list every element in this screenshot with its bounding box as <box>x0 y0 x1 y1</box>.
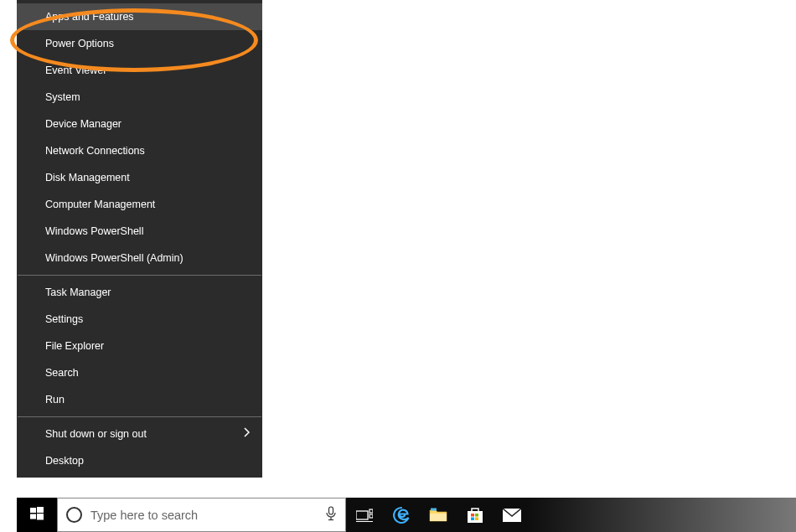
menu-item-label: Search <box>45 359 79 386</box>
task-view-button[interactable] <box>354 505 375 525</box>
menu-item-apps-and-features[interactable]: Apps and Features <box>17 3 262 30</box>
menu-item-event-viewer[interactable]: Event Viewer <box>17 57 262 84</box>
menu-item-run[interactable]: Run <box>17 386 262 413</box>
menu-item-windows-powershell[interactable]: Windows PowerShell <box>17 218 262 245</box>
svg-rect-11 <box>430 514 447 521</box>
edge-browser-icon[interactable] <box>391 505 411 525</box>
menu-item-label: Windows PowerShell <box>45 218 143 245</box>
menu-item-device-manager[interactable]: Device Manager <box>17 111 262 137</box>
menu-item-windows-powershell-admin[interactable]: Windows PowerShell (Admin) <box>17 245 262 271</box>
svg-rect-15 <box>475 514 478 517</box>
taskbar-icon-area <box>346 498 796 532</box>
menu-separator <box>18 275 261 276</box>
menu-separator <box>18 416 261 417</box>
menu-item-label: Computer Management <box>45 191 155 218</box>
taskbar: Type here to search <box>17 498 796 532</box>
file-explorer-icon[interactable] <box>428 505 448 525</box>
svg-rect-2 <box>30 514 36 519</box>
windows-logo-icon <box>30 507 44 524</box>
microsoft-store-icon[interactable] <box>465 505 485 525</box>
chevron-right-icon <box>244 421 251 447</box>
menu-item-network-connections[interactable]: Network Connections <box>17 137 262 164</box>
menu-item-label: Apps and Features <box>45 3 134 30</box>
menu-item-label: Settings <box>45 306 83 333</box>
svg-rect-3 <box>37 514 44 520</box>
menu-item-file-explorer[interactable]: File Explorer <box>17 333 262 359</box>
menu-item-power-options[interactable]: Power Options <box>17 30 262 57</box>
svg-rect-8 <box>370 509 373 513</box>
menu-item-task-manager[interactable]: Task Manager <box>17 279 262 306</box>
svg-rect-16 <box>471 517 474 520</box>
menu-item-settings[interactable]: Settings <box>17 306 262 333</box>
mail-icon[interactable] <box>502 505 522 525</box>
svg-rect-9 <box>370 514 373 518</box>
cortana-circle-icon <box>66 507 82 523</box>
svg-rect-7 <box>356 511 368 519</box>
winx-context-menu: Apps and Features Power Options Event Vi… <box>17 0 262 478</box>
svg-rect-1 <box>37 507 44 513</box>
menu-item-system[interactable]: System <box>17 84 262 111</box>
menu-item-search[interactable]: Search <box>17 359 262 386</box>
svg-rect-14 <box>471 514 474 517</box>
microphone-icon[interactable] <box>325 506 337 524</box>
menu-item-label: Disk Management <box>45 164 130 191</box>
menu-item-label: Desktop <box>45 447 84 474</box>
menu-item-label: Run <box>45 386 65 413</box>
start-button[interactable] <box>17 498 57 532</box>
svg-rect-0 <box>30 508 36 513</box>
svg-rect-12 <box>431 508 437 510</box>
svg-rect-13 <box>468 511 483 523</box>
menu-item-label: Network Connections <box>45 137 145 164</box>
menu-item-label: Shut down or sign out <box>45 421 147 447</box>
taskbar-search-box[interactable]: Type here to search <box>57 498 346 532</box>
menu-item-shutdown-signout[interactable]: Shut down or sign out <box>17 421 262 447</box>
menu-item-label: Event Viewer <box>45 57 106 84</box>
menu-item-label: System <box>45 84 80 111</box>
svg-rect-17 <box>475 517 478 520</box>
svg-rect-4 <box>329 507 333 514</box>
menu-item-desktop[interactable]: Desktop <box>17 447 262 474</box>
menu-item-label: Power Options <box>45 30 114 57</box>
menu-item-computer-management[interactable]: Computer Management <box>17 191 262 218</box>
menu-item-disk-management[interactable]: Disk Management <box>17 164 262 191</box>
menu-item-label: File Explorer <box>45 333 104 359</box>
menu-item-label: Windows PowerShell (Admin) <box>45 245 183 271</box>
menu-item-label: Task Manager <box>45 279 111 306</box>
search-placeholder: Type here to search <box>90 509 317 522</box>
menu-item-label: Device Manager <box>45 111 121 137</box>
